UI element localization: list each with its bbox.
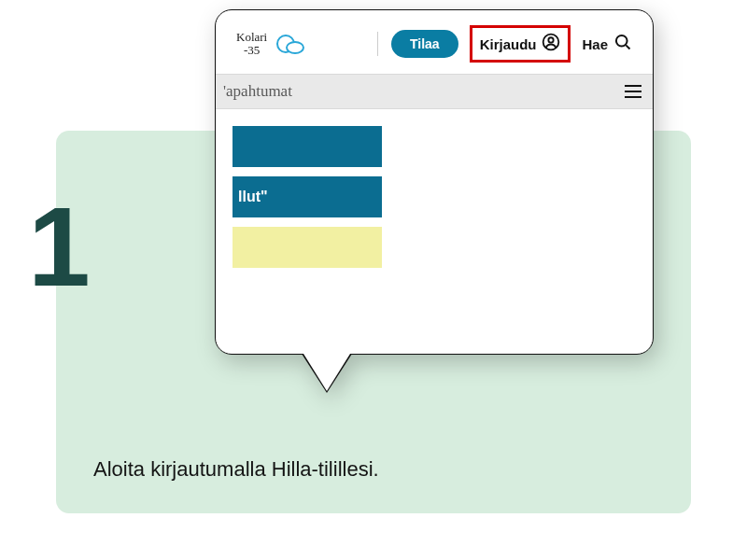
weather-city: Kolari [236,31,267,44]
site-header: Kolari -35 Tilaa Kirjaudu [216,10,653,74]
content-block [233,126,382,167]
content-block: llut" [233,176,382,217]
weather-widget[interactable]: Kolari -35 [236,31,306,57]
search-button[interactable]: Hae [582,33,632,55]
nav-item-fragment[interactable]: 'apahtumat [223,82,292,101]
hamburger-icon[interactable] [625,85,641,98]
search-icon [613,33,632,55]
user-icon [542,33,560,55]
content-preview: llut" [216,109,653,294]
instruction-text: Aloita kirjautumalla Hilla-tilillesi. [93,457,379,482]
header-divider [377,32,378,56]
weather-icon [275,31,306,57]
search-label: Hae [582,36,608,52]
svg-point-3 [549,37,554,42]
svg-point-1 [287,42,303,53]
login-label: Kirjaudu [480,36,537,52]
content-block [233,227,382,268]
weather-temperature: -35 [236,44,267,57]
nav-bar: 'apahtumat [216,74,653,109]
subscribe-button[interactable]: Tilaa [391,30,458,58]
step-number: 1 [28,182,87,311]
svg-point-4 [616,35,627,47]
screenshot-callout: Kolari -35 Tilaa Kirjaudu [215,9,654,355]
svg-line-5 [626,45,629,49]
login-button[interactable]: Kirjaudu [472,27,570,61]
